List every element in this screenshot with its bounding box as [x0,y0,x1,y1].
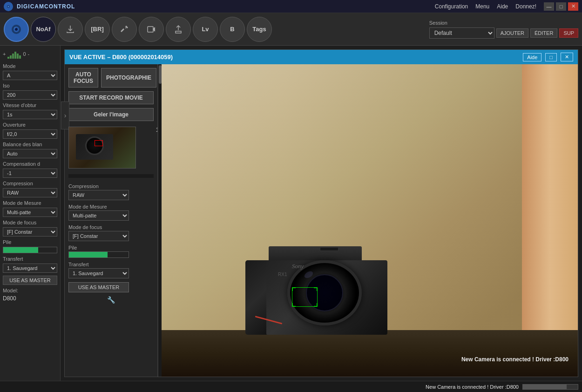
session-edit-button[interactable]: ÉDITER [530,28,557,38]
thumbnail-container: 15 [68,127,154,169]
menu-configuration[interactable]: Configuration [435,3,468,10]
toolbar-noaf-button[interactable]: NoAf [31,17,56,42]
scroll-separator [68,174,154,178]
balance-label: Balance des blan [3,142,57,147]
toolbar-camera-button[interactable] [4,17,29,42]
liveview-close-button[interactable]: ✕ [561,53,573,61]
focus-corner-bl [292,303,296,307]
menu-aide[interactable]: Aide [497,3,508,10]
iso-label: Iso [3,83,57,88]
vitesse-section: Vitesse d'obtur 1s [3,102,57,119]
lv-use-as-master-button[interactable]: USE AS MASTER [68,282,129,292]
balance-section: Balance des blan Auto [3,142,57,158]
level-plus: + [3,51,6,57]
transfert-section: Transfert 1. Sauvegard [3,256,57,273]
thumbnail-image [69,127,135,168]
ouverture-label: Ouverture [3,122,57,128]
focus-box [292,287,318,307]
use-as-master-button[interactable]: USE AS MASTER [3,276,57,285]
lv-pile-section: Pile [68,245,154,258]
liveview-aide-button[interactable]: Aide [523,53,541,61]
menu-bar: Configuration Menu Aide Donnez! [435,3,536,10]
session-area: Session Default AJOUTER ÉDITER SUP [429,20,578,39]
mode-mesure-section: Mode de Mesure Multi-patte [3,200,57,217]
svg-point-6 [14,27,15,28]
liveview-window: VUE ACTIVE – D800 (000002014059) Aide □ … [64,49,578,377]
session-add-button[interactable]: AJOUTER [496,28,528,38]
lv-transfert-select[interactable]: 1. Sauvegard [68,268,129,278]
sidebar-collapse-button[interactable]: › [61,101,69,129]
level-bar-4 [14,52,16,59]
level-bar-1 [7,57,9,59]
svg-point-7 [125,27,126,28]
level-bar-2 [10,55,12,59]
toolbar-export-button[interactable] [166,17,191,42]
toolbar-tools-button[interactable] [112,17,137,42]
transfert-select[interactable]: 1. Sauvegard [3,264,57,273]
close-button[interactable]: ✕ [568,2,578,11]
liveview-scrollbar[interactable] [158,64,162,377]
vitesse-select[interactable]: 1s [3,110,57,119]
app-logo [4,2,13,11]
sidebar-wrapper: + 0 - Mode A [0,46,61,381]
liveview-restore-button[interactable]: □ [545,53,557,61]
session-select[interactable]: Default [429,27,494,39]
lv-transfert-label: Transfert [68,262,154,267]
battery-fill [3,247,38,253]
ouverture-select[interactable]: f/2,0 [3,129,57,139]
level-zero: 0 [23,51,26,57]
toolbar-download-button[interactable] [58,17,83,42]
compensation-select[interactable]: -1 [3,169,57,178]
toolbar-br-button[interactable]: [BR] [85,17,110,42]
geler-button[interactable]: Geler l'image [68,108,154,121]
minimize-button[interactable]: — [544,2,554,11]
compression-select[interactable]: RAW [3,188,57,197]
main-area: + 0 - Mode A [0,46,582,381]
toolbar-lv-button[interactable]: Lv [193,17,218,42]
camera-photo-area: Sony RX1 [162,64,578,377]
liveview-content: AUTO FOCUS PHOTOGRAPHIE START RECORD MOV… [65,64,578,377]
lv-mode-mesure-select[interactable]: Multi-patte [68,210,129,221]
mode-select[interactable]: A [3,71,57,80]
iso-select[interactable]: 200 [3,90,57,100]
toolbar-b-button[interactable]: B [220,17,245,42]
camera-hotshoe [320,247,338,251]
titlebar: DIGICAMCONTROL Configuration Menu Aide D… [0,0,582,13]
mode-focus-select[interactable]: [F] Constar [3,227,57,237]
level-bars [7,49,21,59]
camera-main-group: Sony RX1 [245,246,394,335]
level-bar-6 [19,55,21,59]
level-minus: - [28,51,30,57]
liveview-titlebar: VUE ACTIVE – D800 (000002014059) Aide □ … [65,50,578,64]
mode-focus-label: Mode de focus [3,220,57,225]
mode-mesure-select[interactable]: Multi-patte [3,208,57,217]
lv-battery-fill [69,252,108,257]
session-label: Session [429,20,578,26]
liveview-title: VUE ACTIVE – D800 (000002014059) [69,54,173,61]
balance-select[interactable]: Auto [3,149,57,158]
statusbar-progress [522,384,578,390]
statusbar-message: New Camera is connected ! Driver :D800 [4,384,519,390]
level-bar-3 [12,54,14,59]
photograph-button[interactable]: PHOTOGRAPHIE [101,68,156,88]
menu-donnez[interactable]: Donnez! [515,3,536,10]
maximize-button[interactable]: □ [556,2,566,11]
record-movie-button[interactable]: START RECORD MOVIE [68,91,154,104]
lv-battery-bar [68,251,129,258]
toolbar-tags-button[interactable]: Tags [247,17,272,42]
svg-point-2 [8,6,9,7]
window-controls: — □ ✕ [544,2,578,11]
lv-compression-select[interactable]: RAW [68,190,129,200]
lv-wrench-button[interactable]: 🔧 [68,296,154,304]
iso-section: Iso 200 [3,83,57,100]
toolbar-movie-button[interactable] [139,17,164,42]
pile-section: Pile [3,239,57,253]
model-label: Model: [3,288,57,293]
lv-mode-mesure-label: Mode de Mesure [68,204,154,210]
session-delete-button[interactable]: SUP [559,28,578,38]
autofocus-button[interactable]: AUTO FOCUS [68,68,98,88]
center-panel: VUE ACTIVE – D800 (000002014059) Aide □ … [61,46,582,381]
left-sidebar: + 0 - Mode A [0,46,61,381]
menu-menu[interactable]: Menu [475,3,489,10]
lv-mode-focus-select[interactable]: [F] Constar [68,231,129,241]
